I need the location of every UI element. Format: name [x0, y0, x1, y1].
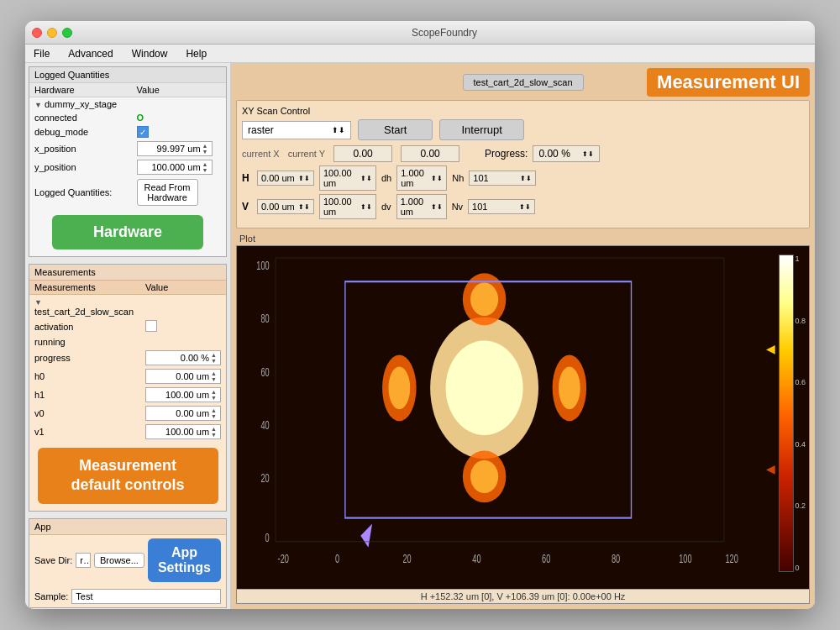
x-position-input[interactable]: 99.997 um ▲ ▼ — [137, 141, 213, 156]
h0-value: 0.00 um — [148, 371, 211, 381]
plot-area: 0 20 40 60 80 100 -20 0 20 40 — [237, 246, 809, 589]
window-title: ScopeFoundry — [81, 27, 808, 39]
h0-input[interactable]: 0.00 um ▲ ▼ — [145, 369, 221, 384]
upper-arrow-icon: ◀ — [766, 342, 775, 355]
debug-mode-checkbox[interactable]: ✓ — [137, 126, 149, 138]
x-position-arrows[interactable]: ▲ ▼ — [202, 143, 210, 155]
menu-help[interactable]: Help — [182, 47, 210, 60]
colorbar-label-08: 0.8 — [795, 317, 806, 325]
colorbar-label-06: 0.6 — [795, 378, 806, 386]
up-arrow-icon[interactable]: ▲ — [211, 370, 218, 376]
hardware-button[interactable]: Hardware — [52, 215, 203, 249]
h-end-input[interactable]: 100.00 um ⬆⬇ — [319, 165, 376, 191]
save-dir-value: ry/scanning/data — [80, 555, 91, 565]
svg-text:100: 100 — [256, 259, 270, 273]
plot-inner: 0 20 40 60 80 100 -20 0 20 40 — [237, 246, 763, 589]
sample-input[interactable]: Test — [71, 589, 221, 604]
logged-qty-label: Logged Quantities: — [29, 176, 132, 208]
app-settings-button[interactable]: App Settings — [148, 538, 221, 582]
close-button[interactable] — [32, 28, 42, 38]
down-arrow-icon[interactable]: ▼ — [211, 432, 218, 438]
h1-input[interactable]: 100.00 um ▲ ▼ — [145, 387, 221, 402]
h-start-input[interactable]: 0.00 um ⬆⬇ — [257, 171, 314, 186]
y-position-label: y_position — [29, 158, 132, 176]
y-position-arrows[interactable]: ▲ ▼ — [202, 161, 210, 173]
v0-input[interactable]: 0.00 um ▲ ▼ — [145, 406, 221, 421]
table-row: activation — [29, 318, 226, 335]
measurements-section-header: Measurements — [29, 265, 226, 281]
v-end-input[interactable]: 100.00 um ⬆⬇ — [319, 194, 376, 219]
v0-value: 0.00 um — [148, 408, 211, 418]
progress-label: Progress: — [485, 148, 528, 160]
expand-icon[interactable]: ▼ — [34, 298, 42, 307]
table-row: v0 0.00 um ▲ ▼ — [29, 404, 226, 423]
current-y-value[interactable]: 0.00 — [401, 145, 459, 162]
maximize-button[interactable] — [62, 28, 72, 38]
read-from-hardware-button[interactable]: Read FromHardware — [137, 179, 198, 206]
menubar: File Advanced Window Help — [25, 45, 815, 63]
start-button[interactable]: Start — [358, 119, 433, 140]
spinner-icon: ⬆⬇ — [298, 175, 310, 182]
y-position-input[interactable]: 100.000 um ▲ ▼ — [137, 160, 213, 175]
menu-window[interactable]: Window — [129, 47, 171, 60]
y-position-value: 100.000 um — [139, 162, 202, 172]
up-arrow-icon[interactable]: ▲ — [211, 407, 218, 413]
svg-text:120: 120 — [725, 552, 738, 566]
up-arrow-icon[interactable]: ▲ — [211, 389, 218, 395]
right-top-bar: test_cart_2d_slow_scan Measurement UI — [236, 68, 810, 97]
current-x-label: current X — [242, 149, 280, 159]
svg-text:80: 80 — [260, 312, 270, 326]
xy-scan-label: XY Scan Control — [242, 106, 804, 116]
plot-label: Plot — [236, 232, 810, 245]
v-start-input[interactable]: 0.00 um ⬆⬇ — [257, 199, 314, 214]
menu-file[interactable]: File — [30, 47, 53, 60]
up-arrow-icon[interactable]: ▲ — [211, 352, 218, 358]
dh-input[interactable]: 1.000 um ⬆⬇ — [396, 165, 447, 191]
svg-point-3 — [446, 341, 523, 436]
progress-meas-input[interactable]: 0.00 % ▲ ▼ — [145, 350, 221, 365]
measurement-default-controls-button[interactable]: Measurementdefault controls — [38, 448, 218, 504]
left-panel: Logged Quantities Hardware Value ▼ dummy… — [25, 63, 231, 609]
h-row: H 0.00 um ⬆⬇ 100.00 um ⬆⬇ dh 1.000 um ⬆⬇… — [242, 165, 804, 191]
h1-label: h1 — [29, 386, 140, 404]
svg-text:40: 40 — [472, 552, 481, 566]
nv-input[interactable]: 101 ⬆⬇ — [468, 199, 535, 214]
browse-button[interactable]: Browse... — [94, 553, 144, 568]
progress-input[interactable]: 0.00 % ⬆⬇ — [533, 145, 600, 162]
hw-col-value: Value — [132, 83, 226, 97]
connected-value: O — [137, 113, 144, 123]
table-row: h1 100.00 um ▲ ▼ — [29, 386, 226, 404]
scan-mode-value: raster — [248, 124, 274, 136]
up-arrow-icon[interactable]: ▲ — [211, 426, 218, 432]
sample-value: Test — [76, 591, 92, 601]
menu-advanced[interactable]: Advanced — [65, 47, 116, 60]
activation-checkbox[interactable] — [145, 320, 157, 332]
current-x-value[interactable]: 0.00 — [333, 145, 392, 162]
traffic-lights — [32, 28, 72, 38]
dv-input[interactable]: 1.000 um ⬆⬇ — [396, 194, 447, 219]
colorbar: 1 0.8 0.6 0.4 0.2 0 ◀ — [763, 246, 809, 589]
svg-text:60: 60 — [542, 552, 551, 566]
svg-text:40: 40 — [260, 418, 270, 433]
nh-input[interactable]: 101 ⬆⬇ — [469, 171, 536, 186]
save-dir-label: Save Dir: — [34, 555, 72, 565]
down-arrow-icon[interactable]: ▼ — [211, 358, 218, 364]
v1-input[interactable]: 100.00 um ▲ ▼ — [145, 424, 221, 439]
down-arrow-icon[interactable]: ▼ — [202, 149, 210, 155]
down-arrow-icon[interactable]: ▼ — [202, 167, 210, 173]
interrupt-button[interactable]: Interrupt — [439, 119, 523, 140]
minimize-button[interactable] — [47, 28, 57, 38]
down-arrow-icon[interactable]: ▼ — [211, 395, 218, 401]
down-arrow-icon[interactable]: ▼ — [211, 376, 218, 382]
up-arrow-icon[interactable]: ▲ — [202, 161, 210, 167]
svg-text:80: 80 — [612, 552, 621, 566]
scan-mode-select[interactable]: raster ⬆⬇ — [242, 121, 351, 139]
save-dir-input[interactable]: ry/scanning/data — [76, 553, 91, 568]
colorbar-lower-marker: ◀ — [766, 462, 775, 475]
spinner-icon: ⬆⬇ — [360, 175, 372, 182]
x-position-value: 99.997 um — [139, 144, 202, 154]
down-arrow-icon[interactable]: ▼ — [211, 413, 218, 419]
table-row: x_position 99.997 um ▲ ▼ — [29, 139, 226, 158]
up-arrow-icon[interactable]: ▲ — [202, 143, 210, 149]
expand-icon[interactable]: ▼ — [34, 101, 42, 109]
